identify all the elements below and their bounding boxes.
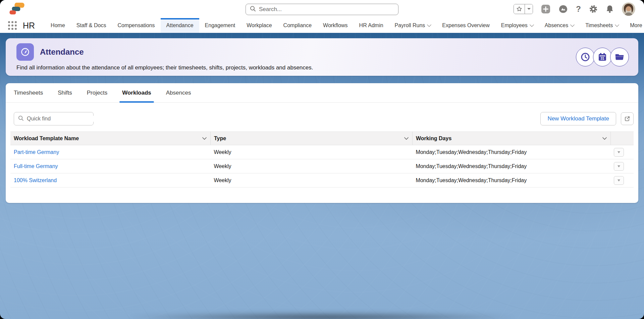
caret-down-icon — [618, 179, 620, 183]
global-search-input[interactable] — [259, 6, 394, 13]
working-days-cell: Monday;Tuesday;Wednesday;Thursday;Friday — [412, 173, 610, 188]
nav-tab[interactable]: Home — [45, 18, 71, 33]
attendance-banner: Attendance Find all information about th… — [6, 38, 638, 76]
working-days-cell: Monday;Tuesday;Wednesday;Thursday;Friday — [412, 159, 610, 173]
nav-tab-label: Attendance — [166, 22, 194, 29]
subtab-label: Projects — [87, 90, 107, 96]
setup-gear-icon[interactable] — [589, 5, 598, 13]
subtab[interactable]: Workloads — [122, 83, 151, 102]
app-launcher-icon[interactable] — [8, 21, 17, 30]
type-cell: Weekly — [210, 159, 412, 173]
global-header: ? — [0, 0, 644, 18]
subtab[interactable]: Shifts — [58, 83, 72, 102]
subtab-label: Shifts — [58, 90, 72, 96]
subtab-label: Timesheets — [14, 90, 43, 96]
nav-tab[interactable]: HR Admin — [354, 18, 389, 33]
dock-shadow — [129, 312, 515, 319]
user-avatar[interactable] — [622, 2, 635, 16]
favorites-button — [514, 4, 533, 14]
nav-tab[interactable]: Engagement — [199, 18, 241, 33]
content-card: Timesheets Shifts Projects Workloads Abs… — [6, 83, 638, 203]
add-icon[interactable] — [541, 4, 550, 14]
column-header-name[interactable]: Workload Template Name — [10, 132, 210, 145]
chevron-down-icon — [530, 22, 534, 27]
chevron-down-icon[interactable] — [404, 137, 409, 140]
nav-tab-label: Compliance — [283, 22, 312, 29]
nav-tab[interactable]: Workflows — [317, 18, 354, 33]
column-header-type[interactable]: Type — [210, 132, 412, 145]
nav-tab[interactable]: Payroll Runs — [389, 18, 437, 33]
row-actions-button[interactable] — [614, 176, 624, 185]
chevron-down-icon[interactable] — [602, 137, 607, 140]
type-cell: Weekly — [210, 145, 412, 159]
nav-tab-label: Expenses Overview — [442, 22, 489, 29]
page-description: Find all information about the attendanc… — [16, 64, 628, 71]
svg-text:31: 31 — [600, 57, 604, 60]
subtab[interactable]: Projects — [87, 83, 107, 102]
nav-tab[interactable]: Expenses Overview — [436, 18, 495, 33]
chevron-down-icon[interactable] — [202, 137, 207, 140]
notifications-bell-icon[interactable] — [606, 5, 614, 13]
help-icon[interactable]: ? — [576, 5, 581, 13]
nav-tab[interactable]: Compliance — [278, 18, 317, 33]
workload-template-link[interactable]: Part-time Germany — [14, 149, 59, 155]
nav-tab-label: Home — [51, 22, 65, 29]
nav-tab-label: Absences — [545, 22, 568, 29]
calendar-button[interactable]: 31 — [593, 48, 612, 66]
working-days-cell: Monday;Tuesday;Wednesday;Thursday;Friday — [412, 145, 610, 159]
nav-tab-label: Payroll Runs — [395, 22, 425, 29]
nav-tab[interactable]: Timesheets — [580, 18, 624, 33]
global-search[interactable] — [246, 4, 398, 15]
nav-tab[interactable]: Compensations — [112, 18, 160, 33]
content-subtabs: Timesheets Shifts Projects Workloads Abs… — [6, 83, 638, 103]
subtab[interactable]: Absences — [166, 83, 191, 102]
folder-button[interactable] — [610, 48, 629, 66]
nav-tab-label: Compensations — [117, 22, 155, 29]
favorites-caret-icon[interactable] — [525, 4, 533, 14]
table-header-row: Workload Template Name Type Working Days — [10, 132, 634, 145]
company-logo[interactable] — [9, 2, 26, 16]
clock-button[interactable] — [576, 48, 595, 66]
chevron-down-icon — [615, 22, 619, 27]
nav-tab-label: Engagement — [205, 22, 235, 29]
subtab[interactable]: Timesheets — [14, 83, 43, 102]
quick-find[interactable] — [14, 112, 94, 125]
favorites-star-icon[interactable] — [514, 4, 525, 14]
nav-tab[interactable]: Employees — [495, 18, 539, 33]
quick-find-input[interactable] — [27, 116, 96, 122]
search-icon — [18, 115, 24, 122]
chevron-down-icon — [427, 22, 431, 27]
nav-tab-label: Timesheets — [585, 22, 613, 29]
attendance-compass-icon — [16, 43, 34, 61]
workload-templates-table: Workload Template Name Type Working Days… — [10, 131, 634, 188]
nav-tab[interactable]: Workplace — [241, 18, 277, 33]
nav-tab-label: Staff & Docs — [76, 22, 106, 29]
workload-template-link[interactable]: Full-time Germany — [14, 163, 58, 169]
row-actions-button[interactable] — [614, 148, 624, 157]
caret-down-icon — [618, 151, 620, 155]
app-navigation-bar: HR Home Staff & Docs Compensations — [0, 18, 644, 33]
nav-tab[interactable]: Absences — [539, 18, 580, 33]
column-header-working-days[interactable]: Working Days — [412, 132, 610, 145]
search-icon — [250, 6, 256, 13]
trailhead-icon[interactable] — [558, 5, 568, 13]
column-header-actions — [610, 132, 634, 145]
new-workload-template-button[interactable]: New Workload Template — [540, 112, 616, 125]
table-row: Full-time Germany Weekly Monday;Tuesday;… — [10, 159, 634, 173]
subtab-label: Workloads — [122, 90, 151, 96]
workload-template-link[interactable]: 100% Switzerland — [14, 177, 57, 183]
banner-actions: 31 — [576, 48, 629, 66]
nav-tab-label: Workplace — [247, 22, 272, 29]
nav-tab[interactable]: More — [624, 18, 644, 33]
table-toolbar: New Workload Template — [6, 103, 638, 131]
table-row: Part-time Germany Weekly Monday;Tuesday;… — [10, 145, 634, 159]
app-name: HR — [23, 21, 35, 31]
nav-tab-label: More — [630, 22, 642, 29]
row-actions-button[interactable] — [614, 162, 624, 171]
open-in-new-button[interactable] — [621, 112, 634, 125]
nav-tabs: Home Staff & Docs Compensations — [45, 18, 644, 33]
nav-tab[interactable]: Staff & Docs — [71, 18, 112, 33]
nav-tab[interactable]: Attendance — [161, 18, 199, 33]
nav-tab-label: Employees — [501, 22, 528, 29]
type-cell: Weekly — [210, 173, 412, 188]
